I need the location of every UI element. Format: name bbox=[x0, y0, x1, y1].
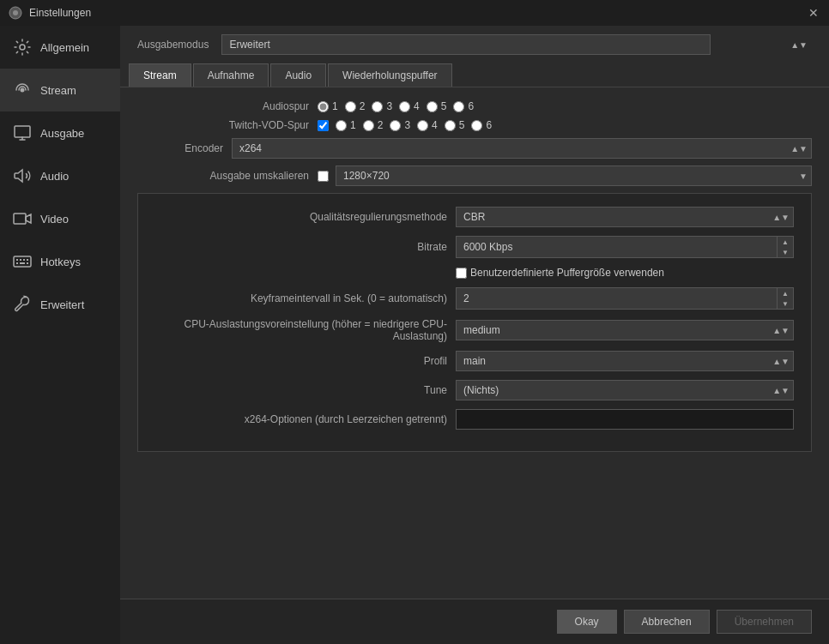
tab-stream[interactable]: Stream bbox=[129, 63, 191, 87]
svg-rect-10 bbox=[27, 259, 28, 261]
encoder-select-wrapper: x264 NVENC AMD ▲▼ bbox=[232, 138, 812, 159]
twitch-vod-1[interactable]: 1 bbox=[336, 119, 356, 131]
sidebar-item-video[interactable]: Video bbox=[0, 197, 120, 240]
uebernehmen-button[interactable]: Übernehmen bbox=[717, 610, 812, 634]
okay-button[interactable]: Okay bbox=[557, 610, 617, 634]
audiospur-5[interactable]: 5 bbox=[427, 100, 447, 112]
tab-wiederholungspuffer[interactable]: Wiederholungspuffer bbox=[328, 63, 452, 87]
svg-point-2 bbox=[20, 45, 25, 50]
twitch-vod-4[interactable]: 4 bbox=[417, 119, 438, 131]
svg-rect-6 bbox=[14, 256, 31, 267]
cpu-label: CPU-Auslastungsvoreinstellung (höher = n… bbox=[155, 318, 447, 342]
svg-rect-11 bbox=[16, 262, 18, 264]
output-mode-arrow: ▲▼ bbox=[790, 40, 808, 50]
x264-input[interactable] bbox=[456, 409, 794, 430]
encoder-row: Encoder x264 NVENC AMD ▲▼ bbox=[137, 138, 812, 159]
twitch-vod-5[interactable]: 5 bbox=[445, 119, 465, 131]
scale-select[interactable]: 1280×720 1920×1080 bbox=[336, 166, 812, 186]
audiospur-4[interactable]: 4 bbox=[399, 100, 420, 112]
footer: Okay Abbrechen Übernehmen bbox=[120, 599, 829, 644]
stream-icon bbox=[13, 81, 32, 99]
audiospur-6[interactable]: 6 bbox=[453, 100, 474, 112]
audiospur-3[interactable]: 3 bbox=[372, 100, 392, 112]
audiospur-group: 1 2 3 4 bbox=[318, 100, 474, 112]
audiospur-2[interactable]: 2 bbox=[345, 100, 366, 112]
output-mode-select[interactable]: Erweitert Einfach bbox=[221, 34, 711, 55]
abbrechen-button[interactable]: Abbrechen bbox=[624, 610, 710, 634]
keyframe-up[interactable]: ▲ bbox=[778, 288, 793, 298]
main-area: Ausgabemodus Erweitert Einfach ▲▼ Stream… bbox=[120, 26, 829, 644]
titlebar: Einstellungen ✕ bbox=[0, 0, 829, 26]
keyboard-icon bbox=[13, 252, 32, 271]
buffer-checkbox-item[interactable]: Benutzerdefinierte Puffergröße verwenden bbox=[456, 267, 664, 279]
twitch-vod-2[interactable]: 2 bbox=[363, 119, 384, 131]
encoder-select[interactable]: x264 NVENC AMD bbox=[232, 138, 812, 159]
keyframe-label: Keyframeintervall in Sek. (0 = automatis… bbox=[155, 292, 447, 304]
tune-select[interactable]: (Nichts) film animation grain stillimage… bbox=[456, 380, 794, 400]
svg-point-3 bbox=[21, 88, 25, 93]
sidebar-label-allgemein: Allgemein bbox=[40, 41, 89, 54]
app-icon bbox=[9, 6, 22, 20]
sidebar-item-allgemein[interactable]: Allgemein bbox=[0, 26, 120, 69]
bitrate-label: Bitrate bbox=[155, 241, 447, 253]
twitch-vod-6[interactable]: 6 bbox=[471, 119, 492, 131]
bitrate-up[interactable]: ▲ bbox=[778, 237, 793, 247]
twitch-vod-row: Twitch-VOD-Spur 1 2 3 bbox=[137, 119, 812, 131]
sidebar-item-erweitert[interactable]: Erweitert bbox=[0, 283, 120, 326]
sidebar-item-stream[interactable]: Stream bbox=[0, 69, 120, 111]
profil-select[interactable]: baseline main high bbox=[456, 351, 794, 371]
quality-row: Qualitätsregulierungsmethode CBR VBR ABR… bbox=[155, 207, 794, 227]
tune-label: Tune bbox=[155, 384, 447, 396]
keyframe-down[interactable]: ▼ bbox=[778, 298, 793, 309]
sidebar-label-ausgabe: Ausgabe bbox=[40, 127, 84, 140]
audiospur-1[interactable]: 1 bbox=[318, 100, 338, 112]
twitch-vod-group: 1 2 3 4 bbox=[318, 119, 492, 131]
sidebar: Allgemein Stream bbox=[0, 26, 120, 644]
settings-window: Einstellungen ✕ Allgemein bbox=[0, 0, 829, 644]
titlebar-left: Einstellungen bbox=[9, 6, 91, 20]
cpu-row: CPU-Auslastungsvoreinstellung (höher = n… bbox=[155, 318, 794, 342]
svg-rect-4 bbox=[15, 126, 30, 137]
settings-panel: Audiospur 1 2 3 bbox=[120, 87, 829, 599]
twitch-vod-checkbox[interactable] bbox=[318, 120, 329, 131]
bitrate-arrows: ▲ ▼ bbox=[777, 236, 794, 258]
bitrate-row: Bitrate ▲ ▼ bbox=[155, 236, 794, 258]
quality-select-wrapper: CBR VBR ABR CRF ▲▼ bbox=[456, 207, 794, 227]
window-title: Einstellungen bbox=[29, 7, 91, 19]
buffer-checkbox[interactable] bbox=[456, 268, 467, 279]
profil-label: Profil bbox=[155, 355, 447, 367]
sidebar-item-audio[interactable]: Audio bbox=[0, 154, 120, 197]
output-mode-select-wrapper: Erweitert Einfach ▲▼ bbox=[221, 34, 812, 55]
sidebar-label-audio: Audio bbox=[40, 170, 69, 183]
profil-select-wrapper: baseline main high ▲▼ bbox=[456, 351, 794, 371]
monitor-icon bbox=[13, 123, 32, 142]
svg-point-1 bbox=[13, 10, 18, 15]
bitrate-input[interactable] bbox=[456, 236, 777, 258]
sidebar-item-ausgabe[interactable]: Ausgabe bbox=[0, 111, 120, 154]
twitch-vod-label: Twitch-VOD-Spur bbox=[137, 119, 309, 131]
twitch-vod-3[interactable]: 3 bbox=[390, 119, 410, 131]
keyframe-row: Keyframeintervall in Sek. (0 = automatis… bbox=[155, 287, 794, 310]
tab-audio[interactable]: Audio bbox=[270, 63, 326, 87]
x264-label: x264-Optionen (durch Leerzeichen getrenn… bbox=[155, 413, 447, 425]
x264-row: x264-Optionen (durch Leerzeichen getrenn… bbox=[155, 409, 794, 430]
cpu-select-wrapper: ultrafast superfast veryfast faster fast… bbox=[456, 320, 794, 340]
sidebar-label-stream: Stream bbox=[40, 84, 76, 97]
sidebar-item-hotkeys[interactable]: Hotkeys bbox=[0, 240, 120, 283]
output-mode-row: Ausgabemodus Erweitert Einfach ▲▼ bbox=[120, 26, 829, 63]
svg-rect-9 bbox=[23, 259, 25, 261]
quality-select[interactable]: CBR VBR ABR CRF bbox=[456, 207, 794, 227]
svg-rect-12 bbox=[20, 262, 25, 264]
wrench-icon bbox=[13, 295, 32, 314]
scale-checkbox[interactable] bbox=[318, 171, 329, 182]
cpu-select[interactable]: ultrafast superfast veryfast faster fast… bbox=[456, 320, 794, 340]
output-mode-label: Ausgabemodus bbox=[137, 39, 209, 51]
tab-aufnahme[interactable]: Aufnahme bbox=[193, 63, 269, 87]
tune-row: Tune (Nichts) film animation grain still… bbox=[155, 380, 794, 400]
speaker-icon bbox=[13, 166, 32, 185]
bitrate-down[interactable]: ▼ bbox=[778, 247, 793, 257]
keyframe-input[interactable] bbox=[456, 287, 777, 310]
keyframe-spinbox: ▲ ▼ bbox=[456, 287, 794, 310]
close-button[interactable]: ✕ bbox=[808, 7, 820, 19]
audiospur-row: Audiospur 1 2 3 bbox=[137, 100, 812, 112]
